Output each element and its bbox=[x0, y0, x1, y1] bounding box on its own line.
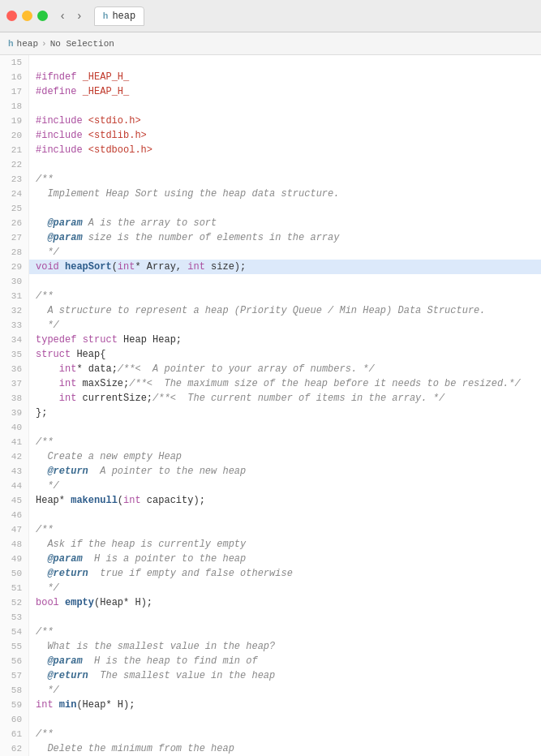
file-tab[interactable]: h heap bbox=[94, 6, 144, 26]
code-line: 22 bbox=[0, 157, 541, 172]
code-line: 38 int currentSize;/**< The current numb… bbox=[0, 391, 541, 406]
line-number: 28 bbox=[0, 245, 29, 260]
line-content: @param size is the number of elements in… bbox=[29, 230, 541, 245]
line-content: #include <stdlib.h> bbox=[29, 128, 541, 143]
line-number: 46 bbox=[0, 508, 29, 522]
code-line: 29void heapSort(int* Array, int size); bbox=[0, 260, 541, 274]
line-content bbox=[29, 201, 541, 216]
window-controls bbox=[6, 11, 48, 21]
title-bar: ‹ › h heap bbox=[0, 0, 541, 32]
line-number: 45 bbox=[0, 493, 29, 508]
line-number: 15 bbox=[0, 55, 29, 70]
line-number: 62 bbox=[0, 741, 29, 756]
minimize-button[interactable] bbox=[22, 11, 32, 21]
line-number: 16 bbox=[0, 70, 29, 84]
breadcrumb: h heap › No Selection bbox=[0, 32, 541, 55]
line-number: 54 bbox=[0, 625, 29, 639]
line-content: bool empty(Heap* H); bbox=[29, 595, 541, 610]
breadcrumb-file-icon: h bbox=[8, 39, 14, 49]
code-line: 37 int maxSize;/**< The maximum size of … bbox=[0, 376, 541, 391]
line-content: void heapSort(int* Array, int size); bbox=[29, 260, 541, 274]
line-number: 41 bbox=[0, 435, 29, 449]
line-number: 31 bbox=[0, 289, 29, 303]
code-line: 62 Delete the minimum from the heap bbox=[0, 741, 541, 756]
line-content: #ifndef _HEAP_H_ bbox=[29, 70, 541, 84]
code-area[interactable]: 1516#ifndef _HEAP_H_17#define _HEAP_H_18… bbox=[0, 55, 541, 756]
line-number: 39 bbox=[0, 406, 29, 420]
code-line: 58 */ bbox=[0, 683, 541, 698]
line-number: 34 bbox=[0, 333, 29, 347]
code-line: 48 Ask if the heap is currently empty bbox=[0, 537, 541, 552]
line-content: /** bbox=[29, 172, 541, 187]
line-content: */ bbox=[29, 581, 541, 595]
code-line: 60 bbox=[0, 712, 541, 727]
code-line: 42 Create a new empty Heap bbox=[0, 449, 541, 464]
code-line: 21#include <stdbool.h> bbox=[0, 143, 541, 157]
line-number: 22 bbox=[0, 157, 29, 172]
code-line: 31/** bbox=[0, 289, 541, 303]
line-number: 50 bbox=[0, 566, 29, 581]
line-content: struct Heap{ bbox=[29, 347, 541, 362]
line-number: 30 bbox=[0, 274, 29, 289]
line-number: 53 bbox=[0, 610, 29, 625]
code-line: 56 @param H is the heap to find min of bbox=[0, 654, 541, 668]
line-content: /** bbox=[29, 727, 541, 741]
line-number: 42 bbox=[0, 449, 29, 464]
code-line: 44 */ bbox=[0, 479, 541, 493]
line-content: int currentSize;/**< The current number … bbox=[29, 391, 541, 406]
line-content: What is the smallest value in the heap? bbox=[29, 639, 541, 654]
code-line: 33 */ bbox=[0, 318, 541, 333]
code-line: 35struct Heap{ bbox=[0, 347, 541, 362]
code-line: 34typedef struct Heap Heap; bbox=[0, 333, 541, 347]
code-line: 43 @return A pointer to the new heap bbox=[0, 464, 541, 479]
code-line: 52bool empty(Heap* H); bbox=[0, 595, 541, 610]
line-content: }; bbox=[29, 406, 541, 420]
line-number: 47 bbox=[0, 522, 29, 537]
line-number: 24 bbox=[0, 187, 29, 201]
line-number: 17 bbox=[0, 84, 29, 99]
line-content bbox=[29, 99, 541, 114]
line-content: int maxSize;/**< The maximum size of the… bbox=[29, 376, 541, 391]
line-number: 38 bbox=[0, 391, 29, 406]
line-number: 20 bbox=[0, 128, 29, 143]
line-number: 29 bbox=[0, 260, 29, 274]
line-number: 23 bbox=[0, 172, 29, 187]
code-line: 57 @return The smallest value in the hea… bbox=[0, 668, 541, 683]
breadcrumb-separator: › bbox=[41, 39, 47, 49]
line-content bbox=[29, 157, 541, 172]
line-number: 60 bbox=[0, 712, 29, 727]
line-content: */ bbox=[29, 683, 541, 698]
forward-arrow[interactable]: › bbox=[72, 8, 85, 24]
line-content: */ bbox=[29, 479, 541, 493]
line-content: typedef struct Heap Heap; bbox=[29, 333, 541, 347]
line-content: @param H is the heap to find min of bbox=[29, 654, 541, 668]
line-content: @return true if empty and false otherwis… bbox=[29, 566, 541, 581]
code-line: 54/** bbox=[0, 625, 541, 639]
line-content: @return The smallest value in the heap bbox=[29, 668, 541, 683]
maximize-button[interactable] bbox=[37, 11, 48, 21]
line-number: 48 bbox=[0, 537, 29, 552]
line-content: */ bbox=[29, 245, 541, 260]
line-content bbox=[29, 712, 541, 727]
line-number: 35 bbox=[0, 347, 29, 362]
code-line: 59int min(Heap* H); bbox=[0, 698, 541, 712]
close-button[interactable] bbox=[6, 11, 17, 21]
code-line: 49 @param H is a pointer to the heap bbox=[0, 552, 541, 566]
line-number: 36 bbox=[0, 362, 29, 376]
line-content: int* data;/**< A pointer to your array o… bbox=[29, 362, 541, 376]
code-line: 19#include <stdio.h> bbox=[0, 114, 541, 128]
breadcrumb-file: heap bbox=[17, 39, 38, 49]
line-number: 32 bbox=[0, 303, 29, 318]
back-arrow[interactable]: ‹ bbox=[56, 8, 69, 24]
line-content: /** bbox=[29, 625, 541, 639]
line-number: 21 bbox=[0, 143, 29, 157]
line-content: @param H is a pointer to the heap bbox=[29, 552, 541, 566]
line-number: 37 bbox=[0, 376, 29, 391]
line-number: 51 bbox=[0, 581, 29, 595]
line-number: 26 bbox=[0, 216, 29, 230]
code-line: 47/** bbox=[0, 522, 541, 537]
line-content: A structure to represent a heap (Priorit… bbox=[29, 303, 541, 318]
line-number: 25 bbox=[0, 201, 29, 216]
line-content bbox=[29, 55, 541, 70]
line-number: 58 bbox=[0, 683, 29, 698]
